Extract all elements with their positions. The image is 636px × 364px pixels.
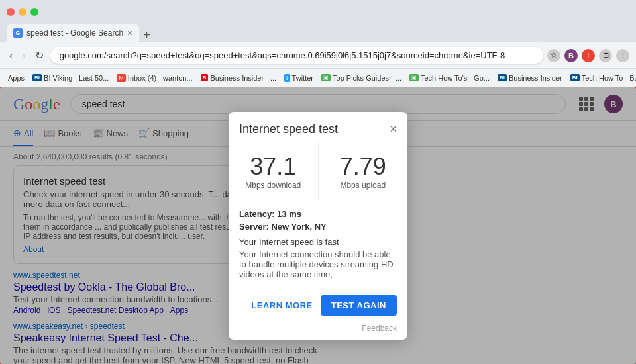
speed-test-modal: Internet speed test × 37.1 Mbps download…: [229, 112, 407, 340]
reload-button[interactable]: ↻: [32, 48, 46, 63]
address-bar: ‹ › ↻ ☆ B i ⊡ ⋮: [0, 42, 636, 69]
bookmark-apps[interactable]: Apps: [5, 73, 27, 83]
server-label: Server:: [239, 222, 269, 232]
modal-details: Latency: 13 ms Server: New York, NY Your…: [229, 201, 407, 287]
modal-speeds: 37.1 Mbps download 7.79 Mbps upload: [229, 142, 407, 201]
learn-more-button[interactable]: LEARN MORE: [251, 300, 312, 310]
extension-icon[interactable]: i: [582, 49, 595, 62]
title-bar: [0, 0, 636, 21]
maximize-traffic-light[interactable]: [30, 8, 38, 16]
menu-icon[interactable]: ⋮: [616, 49, 629, 62]
server-row: Server: New York, NY: [239, 222, 397, 232]
bookmark-business-insider[interactable]: B Business Insider - ...: [198, 73, 279, 83]
tab-close-button[interactable]: ×: [127, 28, 132, 38]
back-button[interactable]: ‹: [7, 48, 15, 63]
active-tab[interactable]: G speed test - Google Search ×: [7, 24, 139, 42]
bookmark-bi-viking[interactable]: BI BI Viking - Last 50...: [30, 73, 111, 83]
download-speed-value: 37.1: [250, 153, 296, 181]
new-tab-button[interactable]: +: [143, 28, 150, 42]
speed-description: Your Internet connection should be able …: [239, 250, 397, 279]
bookmark-tech-how-busi[interactable]: BI Tech How To - Busi...: [568, 73, 636, 83]
modal-close-button[interactable]: ×: [390, 122, 397, 136]
bookmark-twitter[interactable]: t Twitter: [282, 73, 316, 83]
modal-actions: LEARN MORE TEST AGAIN: [229, 287, 407, 324]
traffic-lights: [7, 8, 38, 16]
download-speed-block: 37.1 Mbps download: [229, 142, 319, 201]
download-speed-unit: Mbps download: [245, 181, 301, 190]
minimize-traffic-light[interactable]: [19, 8, 26, 16]
feedback-text[interactable]: Feedback: [229, 324, 407, 340]
address-icons: ☆ B i ⊡ ⋮: [547, 49, 629, 62]
close-traffic-light[interactable]: [7, 8, 15, 16]
bookmarks-bar: Apps BI BI Viking - Last 50... M Inbox (…: [0, 69, 636, 87]
speed-status: Your Internet speed is fast: [239, 237, 397, 247]
modal-title: Internet speed test: [239, 122, 338, 136]
address-input[interactable]: [50, 47, 543, 64]
forward-button[interactable]: ›: [19, 48, 28, 63]
latency-label: Latency:: [239, 209, 274, 219]
upload-speed-unit: Mbps upload: [340, 181, 386, 190]
cast-icon[interactable]: ⊡: [599, 49, 612, 62]
bookmark-inbox[interactable]: M Inbox (4) - wanton...: [114, 73, 195, 83]
account-icon[interactable]: B: [564, 49, 578, 62]
modal-header: Internet speed test ×: [229, 112, 407, 142]
bookmark-tech-how-tos[interactable]: ▣ Tech How To's - Go...: [407, 73, 492, 83]
page-content: Google speed test B ⊕ All 📖 Books 📰 News: [0, 87, 636, 364]
bookmark-bi[interactable]: BI Business Insider: [495, 73, 565, 83]
test-again-button[interactable]: TEST AGAIN: [321, 295, 397, 316]
bookmark-icon[interactable]: ☆: [547, 49, 560, 62]
modal-overlay: Internet speed test × 37.1 Mbps download…: [0, 87, 636, 364]
server-value: New York, NY: [271, 222, 326, 232]
tab-title: speed test - Google Search: [26, 28, 123, 38]
bookmark-top-picks[interactable]: ▣ Top Picks Guides - ...: [319, 73, 404, 83]
upload-speed-value: 7.79: [340, 153, 386, 181]
latency-row: Latency: 13 ms: [239, 209, 397, 219]
upload-speed-block: 7.79 Mbps upload: [319, 142, 408, 201]
tab-bar: G speed test - Google Search × +: [0, 21, 636, 42]
tab-favicon: G: [13, 28, 23, 38]
latency-value: 13 ms: [277, 209, 301, 219]
